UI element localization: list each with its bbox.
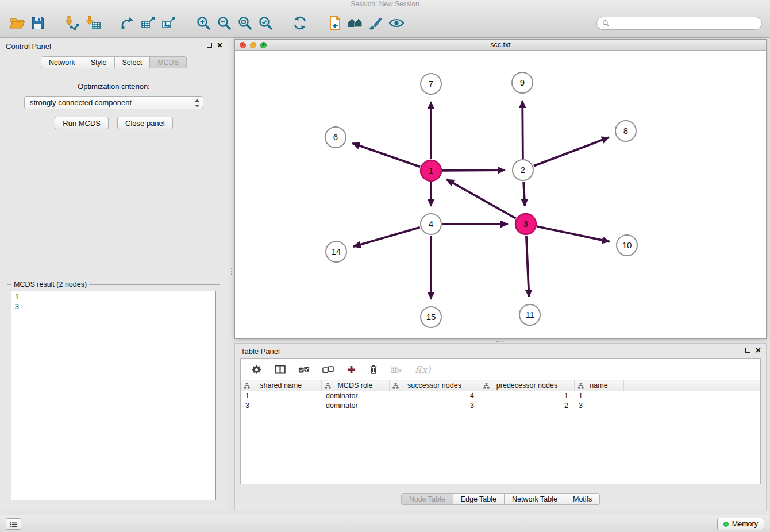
graph-node-11[interactable]: 11 xyxy=(519,304,540,325)
export-image-button[interactable] xyxy=(159,13,179,33)
table-cell[interactable]: 4 xyxy=(389,391,480,401)
graph-node-10[interactable]: 10 xyxy=(617,235,637,256)
main-toolbar xyxy=(0,9,770,37)
tab-style[interactable]: Style xyxy=(83,56,115,68)
tab-motifs[interactable]: Motifs xyxy=(565,493,600,505)
table-cell[interactable]: dominator xyxy=(321,391,389,401)
table-cell[interactable]: 3 xyxy=(389,401,480,411)
export-table-button[interactable] xyxy=(138,13,159,33)
graph-node-6[interactable]: 6 xyxy=(325,127,346,148)
network-window-titlebar[interactable]: × − + scc.txt xyxy=(235,40,766,51)
tab-network[interactable]: Network xyxy=(41,56,83,68)
tab-network-table[interactable]: Network Table xyxy=(505,493,565,505)
save-session-button[interactable] xyxy=(28,13,48,33)
zoom-fit-button[interactable] xyxy=(234,13,255,33)
panel-menu-button[interactable] xyxy=(6,518,21,530)
import-table-button[interactable] xyxy=(83,13,103,33)
graph-edge-3-10[interactable] xyxy=(537,226,610,242)
table-cell[interactable]: 1 xyxy=(574,391,623,401)
horizontal-splitter-handle[interactable] xyxy=(493,340,507,342)
graph-node-8[interactable]: 8 xyxy=(615,121,636,141)
float-table-panel-icon[interactable] xyxy=(745,348,750,353)
deselect-all-button[interactable] xyxy=(322,365,334,374)
mcds-result-list[interactable]: 1 3 xyxy=(11,291,216,500)
search-box[interactable] xyxy=(596,17,762,30)
show-hide-button[interactable] xyxy=(386,13,407,33)
close-table-panel-icon[interactable]: × xyxy=(756,347,761,353)
export-network-button[interactable] xyxy=(117,13,138,33)
graph-edge-4-14[interactable] xyxy=(353,228,420,247)
zoom-selected-button[interactable] xyxy=(255,13,276,33)
import-network-button[interactable] xyxy=(62,13,83,33)
show-columns-button[interactable] xyxy=(275,365,286,374)
criterion-select-value: strongly connected component xyxy=(30,98,132,107)
table-row[interactable]: 3 dominator 3 2 3 xyxy=(241,401,760,411)
svg-text:2: 2 xyxy=(521,165,525,175)
search-input[interactable] xyxy=(613,19,756,27)
graph-edge-2-9[interactable] xyxy=(522,101,523,159)
graph-node-2[interactable]: 2 xyxy=(513,160,533,180)
criterion-select[interactable]: strongly connected component xyxy=(24,96,203,109)
graph-node-15[interactable]: 15 xyxy=(421,307,441,327)
refresh-layout-button[interactable] xyxy=(290,13,310,33)
close-panel-icon[interactable]: × xyxy=(217,42,222,48)
mcds-result-group: MCDS result (2 nodes) 1 3 xyxy=(7,284,220,504)
table-cell[interactable]: 2 xyxy=(480,401,574,411)
home-views-button[interactable] xyxy=(345,13,365,33)
column-header-shared-name[interactable]: shared name xyxy=(241,380,321,391)
table-settings-button[interactable] xyxy=(251,364,262,375)
table-row[interactable]: 1 dominator 4 1 1 xyxy=(241,391,760,401)
zoom-out-button[interactable] xyxy=(214,13,234,33)
column-header-predecessor-nodes[interactable]: predecessor nodes xyxy=(480,380,574,391)
graph-node-1[interactable]: 1 xyxy=(421,160,441,181)
table-cell[interactable]: 1 xyxy=(480,391,574,401)
column-header-name[interactable]: name xyxy=(574,380,623,391)
open-session-button[interactable] xyxy=(7,13,28,33)
delete-column-button[interactable] xyxy=(369,364,378,375)
run-mcds-button[interactable]: Run MCDS xyxy=(55,117,109,129)
graph-node-14[interactable]: 14 xyxy=(326,241,346,262)
function-builder-button[interactable]: f(x) xyxy=(415,364,430,375)
column-header-successor-nodes[interactable]: successor nodes xyxy=(389,380,480,391)
graph-node-3[interactable]: 3 xyxy=(515,214,536,234)
graph-edge-1-2[interactable] xyxy=(442,170,505,171)
graph-edge-2-8[interactable] xyxy=(534,137,609,166)
table-cell[interactable]: 3 xyxy=(574,401,623,411)
plus-icon xyxy=(346,365,356,375)
select-all-button[interactable] xyxy=(298,365,310,374)
close-panel-button[interactable]: Close panel xyxy=(117,117,173,129)
table-cell[interactable]: dominator xyxy=(321,401,389,411)
graph-edge-1-6[interactable] xyxy=(352,143,420,167)
control-panel-tabs: Network Style Select MCDS xyxy=(0,56,228,68)
apply-style-button[interactable] xyxy=(365,13,386,33)
column-header-mcds-role[interactable]: MCDS role xyxy=(321,380,389,391)
status-bar: Memory xyxy=(0,515,770,532)
network-canvas[interactable]: 7968124314101511 xyxy=(235,51,766,338)
tab-edge-table[interactable]: Edge Table xyxy=(453,493,505,505)
add-column-button[interactable] xyxy=(346,365,356,375)
graph-edge-2-3[interactable] xyxy=(523,182,525,206)
graph-node-4[interactable]: 4 xyxy=(421,214,441,234)
table-cell[interactable]: 1 xyxy=(241,391,321,401)
table-cell[interactable]: 3 xyxy=(241,401,321,411)
column-label: MCDS role xyxy=(337,381,372,390)
document-network-button[interactable] xyxy=(324,13,345,33)
column-header-filler xyxy=(623,380,760,391)
control-panel-title: Control Panel xyxy=(6,42,51,51)
mcds-result-title: MCDS result (2 nodes) xyxy=(11,280,89,288)
delete-table-button[interactable] xyxy=(391,365,402,374)
graph-node-7[interactable]: 7 xyxy=(421,74,441,94)
import-network-icon xyxy=(64,15,80,31)
tab-mcds[interactable]: MCDS xyxy=(150,56,187,68)
svg-text:8: 8 xyxy=(623,126,628,136)
vertical-splitter-handle[interactable] xyxy=(229,264,233,278)
column-label: successor nodes xyxy=(407,381,461,390)
graph-edge-3-11[interactable] xyxy=(526,236,529,297)
graph-node-9[interactable]: 9 xyxy=(512,72,533,93)
zoom-in-button[interactable] xyxy=(193,13,214,33)
float-panel-icon[interactable] xyxy=(207,43,212,48)
tab-select[interactable]: Select xyxy=(115,56,151,68)
graph-edge-3-1[interactable] xyxy=(446,179,516,218)
tab-node-table[interactable]: Node Table xyxy=(401,493,453,505)
memory-button[interactable]: Memory xyxy=(717,518,764,530)
